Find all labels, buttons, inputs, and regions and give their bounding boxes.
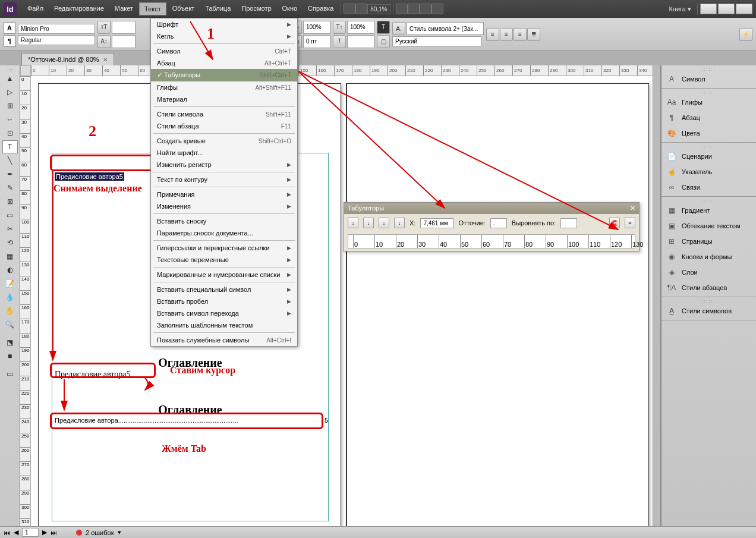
char-mode-button[interactable]: A: [4, 22, 15, 34]
menu-item[interactable]: Примечания▶: [151, 188, 297, 200]
menu-текст[interactable]: Текст: [139, 2, 166, 15]
toolbar-icon[interactable]: [431, 4, 443, 14]
tabs-panel[interactable]: Табуляторы ✕ ↓ ↓ ↓ ↓ X: Отточие: Выровня…: [344, 202, 640, 251]
panel-Градиент[interactable]: ▦Градиент: [662, 203, 756, 218]
pencil-tool[interactable]: ✎: [2, 181, 18, 194]
menu-item[interactable]: Стили символаShift+F11: [151, 108, 297, 120]
page-tool[interactable]: ⊞: [2, 99, 18, 112]
panel-Сценарии[interactable]: 📄Сценарии: [662, 149, 756, 164]
panel-Указатель[interactable]: ☝Указатель: [662, 164, 756, 180]
tab-decimal-align-button[interactable]: ↓: [394, 218, 405, 228]
pen-tool[interactable]: ✒: [2, 168, 18, 181]
zoom-tool[interactable]: 🔍: [2, 318, 18, 331]
stroke-icon[interactable]: ▢: [377, 35, 390, 48]
fill-stroke-swap[interactable]: ⬔: [2, 336, 18, 349]
horizontal-ruler[interactable]: 0102030405060708090100110120130140150160…: [31, 65, 653, 76]
menu-item[interactable]: Текст по контуру▶: [151, 174, 297, 185]
content-tool[interactable]: ⊡: [2, 127, 18, 140]
menu-item[interactable]: Гиперссылки и перекрестные ссылки▶: [151, 242, 297, 254]
char-style-input[interactable]: [407, 22, 484, 35]
font-family-input[interactable]: [18, 24, 95, 34]
hand-tool[interactable]: ✋: [2, 304, 18, 317]
tab-magnet-button[interactable]: 🧲: [609, 218, 620, 228]
arrange-icon[interactable]: [396, 4, 408, 14]
align-center-icon[interactable]: ≡: [500, 28, 513, 41]
view-mode-icon[interactable]: [344, 4, 355, 14]
panel-Страницы[interactable]: ⊞Страницы: [662, 234, 756, 249]
fill-icon[interactable]: T: [377, 21, 390, 34]
page-number-input[interactable]: [22, 528, 39, 537]
baseline-input[interactable]: [303, 35, 330, 48]
menu-item[interactable]: Изменения▶: [151, 200, 297, 212]
page-nav-next-icon[interactable]: ▶: [42, 528, 47, 536]
menu-item[interactable]: Показать служебные символыAlt+Ctrl+I: [151, 334, 297, 346]
menu-item[interactable]: Найти шрифт...: [151, 147, 297, 159]
menu-item[interactable]: Изменить регистр▶: [151, 159, 297, 171]
panel-Стили символов[interactable]: A̲Стили символов: [662, 303, 756, 319]
menu-item[interactable]: Вставить символ перехода▶: [151, 307, 297, 319]
vscale-input[interactable]: [347, 21, 374, 34]
font-size-input[interactable]: [112, 21, 136, 34]
language-input[interactable]: [392, 36, 481, 46]
toolbar-icon[interactable]: [408, 4, 420, 14]
zoom-level[interactable]: 80,1%: [367, 4, 390, 14]
menu-item[interactable]: Материал: [151, 93, 297, 105]
menu-редактирование[interactable]: Редактирование: [49, 2, 109, 15]
panel-collapse-strip[interactable]: [653, 65, 661, 526]
tab-left-align-button[interactable]: ↓: [348, 218, 358, 228]
menu-item[interactable]: Шрифт▶: [151, 18, 297, 30]
tab-leader-input[interactable]: [490, 218, 507, 228]
panel-Стили абзацев[interactable]: ¶AСтили абзацев: [662, 280, 756, 295]
selection-tool[interactable]: ▲: [2, 72, 18, 85]
leading-input[interactable]: [112, 35, 136, 48]
direct-selection-tool[interactable]: ▷: [2, 86, 18, 99]
line-tool[interactable]: ╲: [2, 154, 18, 167]
align-justify-icon[interactable]: ≣: [527, 28, 540, 41]
menu-файл[interactable]: Файл: [23, 2, 48, 15]
panel-Связи[interactable]: ∞Связи: [662, 180, 756, 195]
menu-item[interactable]: Кегль▶: [151, 30, 297, 42]
menu-item[interactable]: Маркированные и нумерованные списки▶: [151, 269, 297, 281]
menu-item[interactable]: Вставить специальный символ▶: [151, 284, 297, 295]
close-button[interactable]: ✕: [736, 4, 752, 14]
tabs-panel-close-icon[interactable]: ✕: [630, 204, 635, 212]
panel-Слои[interactable]: ◈Слои: [662, 265, 756, 280]
tab-alignon-input[interactable]: [560, 218, 577, 228]
font-style-input[interactable]: [18, 35, 95, 45]
page-nav-last-icon[interactable]: ⏭: [51, 529, 57, 536]
panel-Абзац[interactable]: ¶Абзац: [662, 110, 756, 125]
gradient-feather-tool[interactable]: ◐: [2, 263, 18, 276]
apply-color[interactable]: ■: [2, 350, 18, 363]
preflight-menu-icon[interactable]: ▾: [118, 528, 121, 536]
tab-right-align-button[interactable]: ↓: [379, 218, 389, 228]
para-mode-button[interactable]: ¶: [4, 35, 15, 47]
menu-item[interactable]: Создать кривыеShift+Ctrl+O: [151, 135, 297, 147]
eyedropper-tool[interactable]: 💧: [2, 291, 18, 304]
panel-Кнопки и формы[interactable]: ◉Кнопки и формы: [662, 249, 756, 265]
canvas[interactable]: 0102030405060708090100110120130140150160…: [20, 65, 653, 526]
toolbar-icon[interactable]: [420, 4, 431, 14]
menu-item[interactable]: Параметры сносок документа...: [151, 227, 297, 239]
minimize-button[interactable]: —: [700, 4, 717, 14]
menu-item[interactable]: Вставить пробел▶: [151, 295, 297, 307]
tab-center-align-button[interactable]: ↓: [363, 218, 374, 228]
gap-tool[interactable]: ↔: [2, 113, 18, 126]
rectangle-tool[interactable]: ▭: [2, 209, 18, 222]
type-tool[interactable]: T: [2, 140, 18, 153]
hscale-input[interactable]: [303, 21, 330, 34]
menu-макет[interactable]: Макет: [110, 2, 138, 15]
vertical-ruler[interactable]: 0102030405060708090100110120130140150160…: [20, 76, 31, 526]
menu-таблица[interactable]: Таблица: [200, 2, 235, 15]
menu-item[interactable]: Стили абзацаF11: [151, 120, 297, 132]
workspace-switcher[interactable]: Книга ▾: [665, 4, 695, 14]
tabs-ruler[interactable]: 0102030405060708090100110120130: [348, 234, 635, 248]
scissors-tool[interactable]: ✂: [2, 222, 18, 235]
maximize-button[interactable]: □: [718, 4, 735, 14]
document-tab[interactable]: *Отточие-8.indd @ 80% ✕: [21, 53, 114, 65]
tabs-panel-titlebar[interactable]: Табуляторы ✕: [344, 203, 639, 214]
screen-mode-icon[interactable]: [355, 4, 367, 14]
page-nav-prev-icon[interactable]: ◀: [14, 528, 18, 536]
close-tab-icon[interactable]: ✕: [103, 56, 108, 63]
align-left-icon[interactable]: ≡: [486, 28, 499, 41]
preflight-error-icon[interactable]: [76, 530, 82, 536]
